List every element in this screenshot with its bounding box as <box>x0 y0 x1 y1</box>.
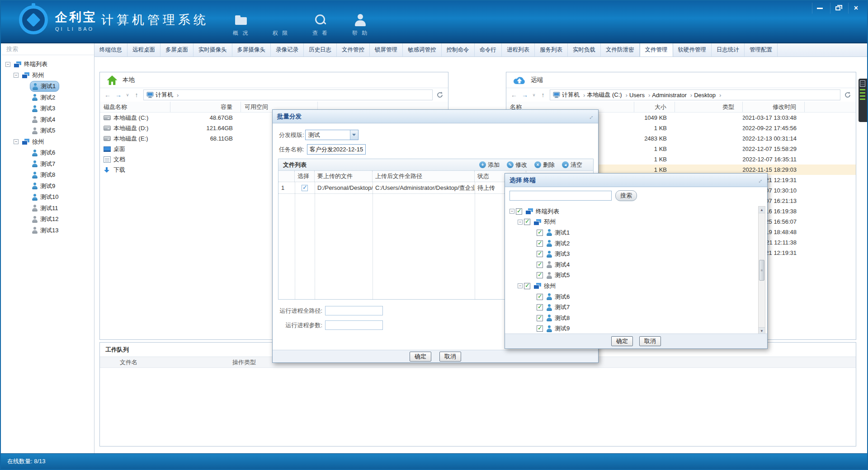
select-tree-item[interactable]: 测试9 <box>509 324 755 334</box>
expander-icon[interactable] <box>518 283 523 288</box>
expander-icon[interactable] <box>518 220 523 225</box>
back-icon[interactable]: ← <box>510 91 518 99</box>
terminal-tree-item[interactable]: 测试9 <box>2 181 94 192</box>
proc-args-input[interactable] <box>325 320 383 330</box>
expander-icon[interactable] <box>14 73 19 78</box>
terminal-tree-item[interactable]: 测试3 <box>2 103 94 114</box>
module-tab[interactable]: 文件管理 <box>640 43 673 56</box>
search-button[interactable]: 搜索 <box>615 190 637 201</box>
column-header[interactable]: 类型 <box>675 102 743 112</box>
restore-button[interactable] <box>830 3 845 14</box>
select-tree-item[interactable]: 测试2 <box>509 238 755 249</box>
file-action-button[interactable]: ✎ 修改 <box>507 161 527 169</box>
tree-item-checkbox[interactable] <box>537 315 543 321</box>
toolbar-button[interactable]: 查 看 <box>309 14 332 37</box>
tree-item-checkbox[interactable] <box>537 304 543 310</box>
select-tree-item[interactable]: 徐州 <box>509 281 755 291</box>
toolbar-button[interactable]: 权 限 <box>269 14 292 37</box>
column-header[interactable]: 操作类型 <box>232 358 256 367</box>
select-tree-item[interactable]: 测试3 <box>509 249 755 259</box>
scroll-down-icon[interactable]: ▼ <box>759 327 765 334</box>
select-tree-item[interactable]: 测试6 <box>509 291 755 302</box>
ok-button[interactable]: 确定 <box>611 336 633 346</box>
module-tab[interactable]: 锁屏管理 <box>370 43 403 56</box>
breadcrumb-item[interactable]: 本地磁盘 (C:) <box>587 91 627 99</box>
module-tab[interactable]: 多屏摄像头 <box>232 43 271 56</box>
terminal-tree-item[interactable]: 徐州 <box>2 136 94 148</box>
terminal-tree-item[interactable]: 测试6 <box>2 147 94 159</box>
module-tab[interactable]: 软硬件管理 <box>673 43 712 56</box>
tree-item-checkbox[interactable] <box>524 219 530 225</box>
module-tab[interactable]: 控制命令 <box>442 43 475 56</box>
select-tree-item[interactable]: 测试5 <box>509 270 755 281</box>
tree-item-checkbox[interactable] <box>537 240 543 247</box>
tree-item-checkbox[interactable] <box>524 283 530 289</box>
module-tab[interactable]: 录像记录 <box>271 43 304 56</box>
module-tab[interactable]: 远程桌面 <box>127 43 160 56</box>
terminal-tree-item[interactable]: 测试12 <box>2 214 94 225</box>
file-action-button[interactable]: ◂ 清空 <box>562 161 582 169</box>
column-header[interactable]: 选择 <box>295 171 315 182</box>
module-tab[interactable]: 多屏桌面 <box>160 43 193 56</box>
back-icon[interactable]: ← <box>104 91 112 99</box>
column-header[interactable]: 大小 <box>634 102 675 112</box>
module-tab[interactable]: 文件防泄密 <box>601 43 640 56</box>
task-name-input[interactable] <box>307 144 366 155</box>
toolbar-button[interactable]: 概 况 <box>229 14 253 37</box>
terminal-tree-item[interactable]: 测试4 <box>2 114 94 126</box>
tree-item-checkbox[interactable] <box>537 262 543 268</box>
select-tree-item[interactable]: 测试7 <box>509 302 755 313</box>
tree-item-checkbox[interactable] <box>537 251 543 257</box>
refresh-icon[interactable] <box>435 90 444 99</box>
column-header[interactable]: 容量 <box>170 102 241 112</box>
resize-icon[interactable]: ↔ <box>585 112 595 121</box>
tree-item-checkbox[interactable] <box>537 230 543 236</box>
select-tree-item[interactable]: 测试4 <box>509 259 755 270</box>
close-button[interactable]: × <box>848 3 863 14</box>
column-header[interactable]: 上传后文件全路径 <box>373 171 475 182</box>
terminal-tree-item[interactable]: 测试7 <box>2 159 94 170</box>
history-dropdown-icon[interactable]: ∨ <box>125 93 130 97</box>
module-tab[interactable]: 敏感词管控 <box>403 43 442 56</box>
history-dropdown-icon[interactable]: ∨ <box>532 93 536 97</box>
breadcrumb-item[interactable]: Administrator <box>652 92 692 99</box>
module-tab[interactable]: 服务列表 <box>535 43 568 56</box>
scroll-up-icon[interactable]: ▲ <box>759 207 765 213</box>
breadcrumb-item[interactable]: Users <box>629 92 650 99</box>
tree-item-checkbox[interactable] <box>537 294 543 300</box>
minimize-button[interactable] <box>812 3 827 14</box>
select-tree-item[interactable]: 测试8 <box>509 313 755 324</box>
proc-path-input[interactable] <box>325 306 383 315</box>
file-action-button[interactable]: × 删除 <box>534 161 555 169</box>
terminal-tree-item[interactable]: 测试8 <box>2 169 94 181</box>
expander-icon[interactable] <box>5 62 10 67</box>
module-tab[interactable]: 管理配置 <box>745 43 778 56</box>
refresh-icon[interactable] <box>843 90 852 99</box>
terminal-search-input[interactable] <box>509 191 612 201</box>
module-tab[interactable]: 实时负载 <box>568 43 601 56</box>
tree-item-checkbox[interactable] <box>537 325 543 332</box>
terminal-tree-item[interactable]: 终端列表 <box>2 59 94 70</box>
terminal-tree-item[interactable]: 测试10 <box>2 192 94 203</box>
module-tab[interactable]: 历史日志 <box>304 43 337 56</box>
select-tree-item[interactable]: 邳州 <box>509 217 755 228</box>
forward-icon[interactable]: → <box>114 91 123 99</box>
terminal-tree-item[interactable]: 测试13 <box>2 225 94 236</box>
module-tab[interactable]: 命令行 <box>475 43 502 56</box>
module-tab[interactable]: 文件管控 <box>337 43 370 56</box>
breadcrumb-item[interactable]: 计算机 <box>156 91 179 99</box>
tree-item-checkbox[interactable] <box>516 208 522 215</box>
column-header[interactable]: 文件名 <box>120 358 137 367</box>
module-tab[interactable]: 进程列表 <box>502 43 535 56</box>
sidebar-search-input[interactable] <box>2 43 94 55</box>
expander-icon[interactable] <box>509 209 514 214</box>
row-checkbox[interactable] <box>302 185 308 191</box>
terminal-tree-item[interactable]: 测试5 <box>2 125 94 136</box>
toolbar-button[interactable]: 帮 助 <box>349 14 372 37</box>
column-header[interactable]: 要上传的文件 <box>315 171 373 182</box>
cancel-button[interactable]: 取消 <box>439 352 461 362</box>
expander-icon[interactable] <box>14 139 19 144</box>
select-tree-item[interactable]: 终端列表 <box>509 206 755 217</box>
select-tree-item[interactable]: 测试1 <box>509 227 755 238</box>
breadcrumb-item[interactable]: Desktop <box>694 92 721 99</box>
